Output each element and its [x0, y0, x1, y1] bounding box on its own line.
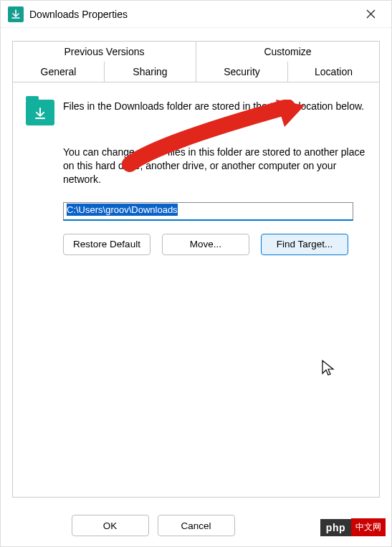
cancel-button[interactable]: Cancel: [158, 515, 235, 536]
move-button[interactable]: Move...: [162, 234, 249, 255]
intro-section: Files in the Downloads folder are stored…: [26, 100, 366, 125]
tab-sharing[interactable]: Sharing: [105, 62, 196, 82]
tabs-row-1: Previous Versions Customize: [12, 41, 380, 62]
tabs-row-2: General Sharing Security Location: [12, 62, 380, 82]
watermark: php 中文网: [320, 518, 386, 536]
tab-previous-versions[interactable]: Previous Versions: [12, 41, 196, 62]
downloads-large-icon: [26, 100, 54, 125]
restore-default-button[interactable]: Restore Default: [63, 234, 150, 255]
intro-text: Files in the Downloads folder are stored…: [63, 100, 364, 113]
tab-panel-location: Files in the Downloads folder are stored…: [12, 82, 380, 498]
tab-customize[interactable]: Customize: [196, 41, 380, 62]
tab-security[interactable]: Security: [196, 62, 288, 82]
path-input[interactable]: C:\Users\groov\Downloads: [63, 202, 353, 221]
description-text: You can change where files in this folde…: [63, 146, 366, 186]
window-title: Downloads Properties: [29, 9, 355, 20]
find-target-button[interactable]: Find Target...: [261, 234, 348, 255]
watermark-right: 中文网: [351, 518, 386, 536]
path-selected-text: C:\Users\groov\Downloads: [67, 204, 178, 216]
content-area: Previous Versions Customize General Shar…: [1, 28, 391, 498]
titlebar: Downloads Properties: [1, 1, 391, 28]
close-button[interactable]: [355, 4, 386, 25]
cursor-icon: [321, 359, 335, 378]
tab-general[interactable]: General: [12, 62, 105, 82]
tab-location[interactable]: Location: [288, 62, 380, 82]
downloads-folder-icon: [8, 6, 24, 22]
button-row: Restore Default Move... Find Target...: [63, 234, 366, 255]
watermark-left: php: [320, 519, 351, 536]
ok-button[interactable]: OK: [72, 515, 149, 536]
